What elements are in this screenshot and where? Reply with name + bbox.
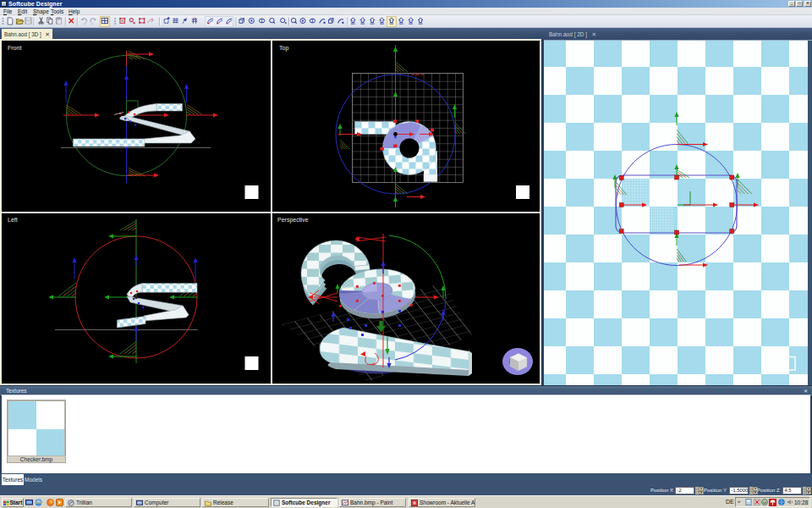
svg-text:Front: Front [8,45,21,51]
svg-text:Left: Left [8,217,18,223]
svg-text:Top: Top [279,45,288,52]
svg-text:Perspective: Perspective [277,217,309,224]
